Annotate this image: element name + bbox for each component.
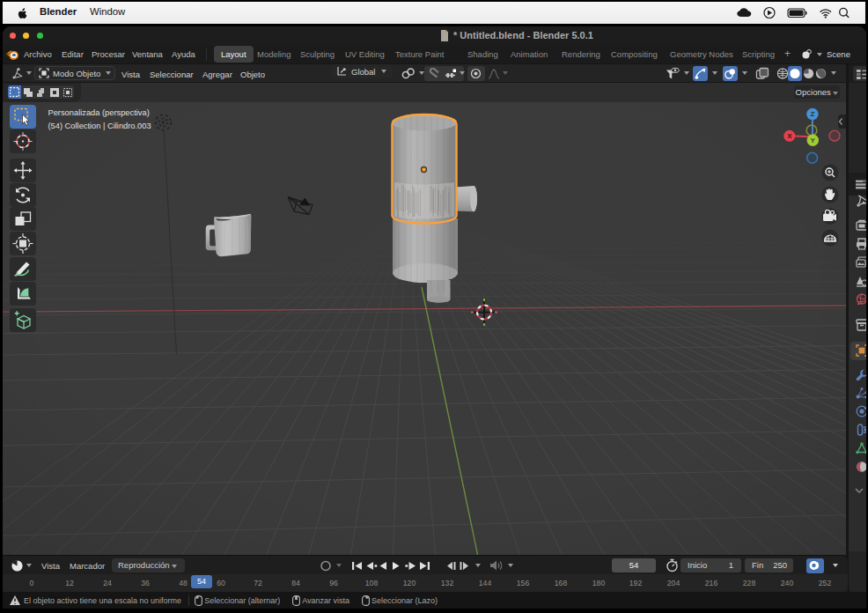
svg-text:Personalizada (perspectiva): Personalizada (perspectiva) bbox=[48, 108, 150, 117]
svg-text:X: X bbox=[787, 132, 792, 140]
svg-text:(54) Collection | Cilindro.003: (54) Collection | Cilindro.003 bbox=[48, 122, 151, 130]
svg-text:Z: Z bbox=[810, 110, 814, 118]
svg-text:Y: Y bbox=[811, 137, 816, 144]
